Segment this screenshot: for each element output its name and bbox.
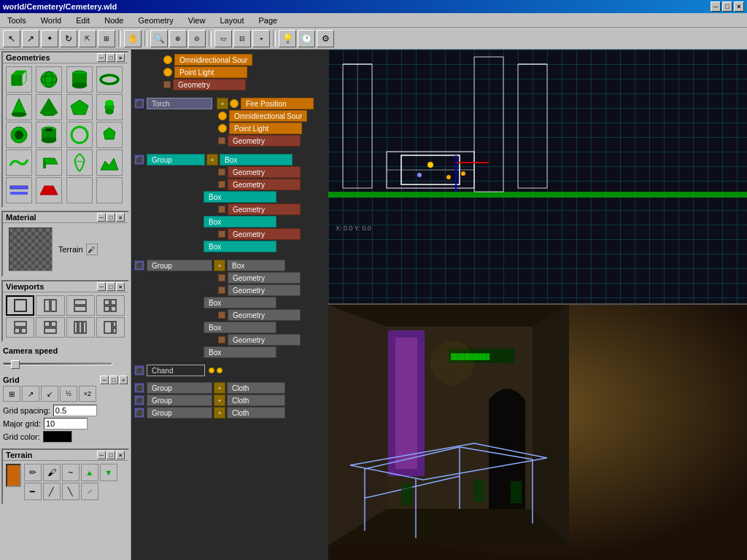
- geo-lathe[interactable]: [66, 149, 93, 176]
- cloth-group3-node[interactable]: Group: [147, 407, 212, 419]
- major-grid-input[interactable]: [44, 418, 88, 429]
- geo-cylinder[interactable]: [66, 66, 93, 93]
- group1-box4[interactable]: Box: [204, 241, 276, 252]
- geo-empty2[interactable]: [96, 177, 123, 203]
- vp-big-left[interactable]: [96, 317, 125, 338]
- cloth1-node[interactable]: Cloth: [227, 382, 285, 394]
- group2-box3[interactable]: Box: [204, 322, 276, 333]
- terrain-color-swatch[interactable]: [6, 464, 21, 487]
- top-viewport[interactable]: X: 0.0 Y: 0.0: [328, 50, 747, 305]
- menu-layout[interactable]: Layout: [215, 15, 248, 26]
- terrain-minimize-btn[interactable]: ─: [97, 451, 106, 459]
- geo-cube[interactable]: [6, 66, 32, 93]
- grid-double-btn[interactable]: ×2: [79, 386, 96, 402]
- grid-align-btn[interactable]: ↙: [41, 386, 58, 402]
- mat-minimize-btn[interactable]: ─: [97, 213, 106, 222]
- menu-node[interactable]: Node: [100, 15, 128, 26]
- tool-zoom[interactable]: 🔍: [150, 30, 168, 47]
- geo-capsule[interactable]: [96, 94, 123, 120]
- maximize-button[interactable]: □: [722, 1, 732, 12]
- group2-box1[interactable]: Box: [227, 260, 285, 271]
- terrain-diag3-btn[interactable]: ⟋: [81, 483, 98, 500]
- cloth2-node[interactable]: Cloth: [227, 394, 285, 406]
- geo-torus2[interactable]: [6, 122, 32, 148]
- grid-snap-btn[interactable]: ↗: [22, 386, 39, 402]
- geo-cone[interactable]: [6, 94, 32, 120]
- geo-plane[interactable]: [66, 94, 93, 120]
- grid-maximize-btn[interactable]: □: [109, 376, 118, 384]
- vp-2-1[interactable]: [36, 317, 64, 338]
- geo-custom[interactable]: [96, 122, 123, 148]
- eyedropper-button[interactable]: 🖋: [86, 244, 98, 255]
- group2-box4[interactable]: Box: [204, 346, 276, 358]
- light1-node[interactable]: Point Light: [174, 66, 247, 78]
- minimize-button[interactable]: ─: [711, 1, 721, 12]
- geo-torus[interactable]: [96, 66, 123, 93]
- group2-box2[interactable]: Box: [204, 297, 276, 308]
- geo1-node[interactable]: Geometry: [173, 79, 246, 90]
- tool-arrow[interactable]: ↗: [22, 30, 39, 47]
- group2-geo3-node[interactable]: Geometry: [228, 309, 301, 321]
- geo2-node[interactable]: Geometry: [228, 135, 301, 147]
- geo-tube[interactable]: [36, 122, 62, 148]
- torch-node[interactable]: Torch: [147, 98, 212, 109]
- terrain-close-btn[interactable]: ×: [116, 451, 125, 459]
- terrain-lower-btn[interactable]: ▼: [100, 464, 117, 481]
- camera-speed-slider-thumb[interactable]: [11, 360, 20, 369]
- mat-close-btn[interactable]: ×: [116, 213, 125, 222]
- tool-render-wire[interactable]: ⊟: [233, 30, 251, 47]
- grid-color-swatch[interactable]: [43, 431, 72, 443]
- group1-box1[interactable]: Box: [220, 154, 293, 166]
- group2-geo1-node[interactable]: Geometry: [228, 272, 301, 284]
- cloth-group1-node[interactable]: Group: [147, 382, 212, 394]
- tool-move[interactable]: ✦: [41, 30, 58, 47]
- light2-node[interactable]: Point Light: [229, 122, 302, 134]
- omni1-node[interactable]: Omnidirectional Sour: [174, 54, 252, 66]
- group1-box2[interactable]: Box: [204, 191, 276, 203]
- bottom-viewport[interactable]: ▓▓▓▓▓▓▓▓▓▓▓: [328, 305, 747, 560]
- tool-rotate[interactable]: ↻: [60, 30, 77, 47]
- terrain-diag1-btn[interactable]: ╱: [43, 483, 61, 500]
- vp-single[interactable]: [6, 295, 34, 316]
- vp-1-2[interactable]: [6, 317, 34, 338]
- group1-geo2-node[interactable]: Geometry: [228, 179, 301, 190]
- cloth-group2-node[interactable]: Group: [147, 394, 212, 406]
- tool-pan[interactable]: ✋: [124, 30, 142, 47]
- group1-node[interactable]: Group: [147, 154, 205, 166]
- menu-view[interactable]: View: [184, 15, 210, 26]
- group2-geo4-node[interactable]: Geometry: [228, 334, 301, 346]
- cloth3-node[interactable]: Cloth: [227, 407, 285, 419]
- tool-settings[interactable]: ⚙: [317, 30, 334, 47]
- omni2-node[interactable]: Omnidirectional Sour: [229, 110, 307, 122]
- close-button[interactable]: ×: [734, 1, 744, 12]
- menu-geometry[interactable]: Geometry: [133, 15, 177, 26]
- tool-light[interactable]: 💡: [279, 30, 296, 47]
- geo-sphere[interactable]: [36, 66, 62, 93]
- terrain-pencil-btn[interactable]: ✏: [24, 464, 42, 481]
- vp-4[interactable]: [96, 295, 125, 316]
- geo-flat1[interactable]: [6, 177, 32, 203]
- tool-zoom-in[interactable]: ⊕: [169, 30, 187, 47]
- group1-geo4-node[interactable]: Geometry: [228, 228, 301, 240]
- grid-minimize-btn[interactable]: ─: [100, 376, 109, 384]
- tool-render-solid[interactable]: ▪: [252, 30, 270, 47]
- geo-flat2[interactable]: [36, 177, 62, 203]
- tool-select[interactable]: ↖: [3, 30, 20, 47]
- menu-tools[interactable]: Tools: [3, 15, 31, 26]
- geo-minimize-btn[interactable]: ─: [97, 53, 106, 62]
- mat-maximize-btn[interactable]: □: [107, 213, 115, 222]
- terrain-raise-btn[interactable]: ▲: [81, 464, 98, 481]
- grid-half-btn[interactable]: ½: [60, 386, 77, 402]
- tool-render-flat[interactable]: ▭: [214, 30, 232, 47]
- geo-empty1[interactable]: [66, 177, 93, 203]
- group1-geo1-node[interactable]: Geometry: [228, 166, 301, 178]
- geo-terrain-geo[interactable]: [96, 149, 123, 176]
- vp-close-btn[interactable]: ×: [116, 282, 125, 291]
- terrain-diag2-btn[interactable]: ╲: [62, 483, 80, 500]
- terrain-flat-btn[interactable]: ━: [24, 483, 42, 500]
- vp-2col[interactable]: [36, 295, 64, 316]
- vp-maximize-btn[interactable]: □: [107, 282, 115, 291]
- menu-world[interactable]: World: [36, 15, 66, 26]
- geo-wave[interactable]: [6, 149, 32, 176]
- grid-spacing-input[interactable]: [53, 405, 97, 416]
